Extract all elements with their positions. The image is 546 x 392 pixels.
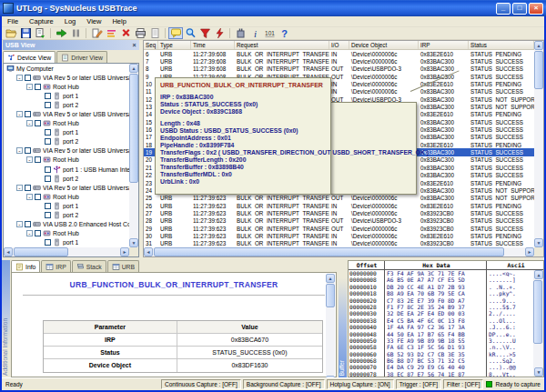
tree-item-port-1-usb-human-interface-d[interactable]: port 1 : USB Human Interface D (4, 165, 129, 174)
tab-stack[interactable]: Stack (72, 260, 106, 272)
column-header-status[interactable]: Status (469, 41, 534, 49)
hex-row-00000020[interactable]: 00000020C7 83 2E E7 39 F0 8D A7....9... (349, 297, 533, 304)
hex-row-00000018[interactable]: 00000018B8 A9 EA 70 6B 79 5E CA...pky^. (349, 290, 533, 297)
hex-row-00000028[interactable]: 00000028F1 F7 8C 2E 35 24 B9 37....5$.7 (349, 304, 533, 310)
expand-collapse-box[interactable]: - (26, 84, 33, 90)
tree-vertical-scrollbar[interactable]: ▲ ▼ (129, 64, 138, 247)
table-vertical-scrollbar[interactable]: ▲ ▼ (534, 41, 543, 247)
pause-capture-icon[interactable] (68, 27, 83, 39)
hex-row-00000068[interactable]: 00000068B6 B8 D7 BC 53 71 32 C5....Sq2. (349, 357, 533, 364)
tab-irp[interactable]: IRP (41, 260, 70, 272)
edit-log-icon[interactable] (89, 27, 104, 39)
tree-item-root-hub[interactable]: -Root Hub (4, 82, 129, 91)
table-row-seq-7[interactable]: 7URB11:27:39:608BULK_OR_INTERRUPT_TRANSF… (144, 57, 534, 65)
tree-checkbox[interactable] (25, 75, 31, 81)
info-icon[interactable]: i (248, 27, 262, 39)
tree-item-port-1[interactable]: port 1 (4, 91, 129, 100)
expand-collapse-box[interactable]: - (26, 156, 33, 163)
scroll-up-icon[interactable]: ▲ (326, 274, 335, 283)
hex-row-00000058[interactable]: 00000058FA 6E C3 1F 5C 56 D1 93.n..\V.. (349, 344, 533, 350)
info-vertical-scrollbar[interactable]: ▲ ▼ (326, 274, 335, 376)
usb-view-close-icon[interactable]: × (130, 41, 138, 49)
tree-checkbox[interactable] (45, 239, 51, 246)
tree-checkbox[interactable] (25, 111, 31, 117)
tree-checkbox[interactable] (35, 194, 41, 200)
tree-item-via-rev-5-or-later-usb-universal-host-c[interactable]: -VIA Rev 5 or later USB Universal Host C (4, 73, 129, 82)
print-icon[interactable] (133, 27, 147, 39)
tree-item-port-2[interactable]: port 2 (4, 100, 129, 109)
tree-checkbox[interactable] (45, 212, 51, 218)
expand-collapse-box[interactable]: - (16, 111, 23, 117)
scroll-right-icon[interactable]: ► (120, 247, 129, 256)
tree-item-root-hub[interactable]: -Root Hub (4, 119, 129, 128)
menu-view[interactable]: View (81, 16, 106, 27)
tree-item-my-computer[interactable]: My Computer (4, 64, 129, 73)
table-row-seq-30[interactable]: 30URB11:27:39:623BULK_OR_INTERRUPT_TRANS… (144, 232, 534, 239)
clear-log-icon[interactable] (118, 27, 133, 39)
menu-help[interactable]: Help (106, 16, 131, 27)
tab-info[interactable]: Info (11, 260, 40, 272)
tree-checkbox[interactable] (35, 84, 41, 90)
tree-item-port-2[interactable]: port 2 (4, 174, 129, 183)
tree-checkbox[interactable] (25, 185, 31, 191)
tree-checkbox[interactable] (45, 129, 51, 136)
hex-row-00000008[interactable]: 00000008A6 B5 0E A7 A7 CF E5 5D.......] (349, 276, 533, 283)
trigger-icon[interactable] (212, 27, 227, 39)
tree-item-port-1[interactable]: port 1 (4, 201, 129, 210)
tree-item-via-rev-5-or-later-usb-universal-host-c[interactable]: -VIA Rev 5 or later USB Universal Host C (4, 183, 129, 192)
scroll-left-icon[interactable]: ◄ (4, 247, 13, 256)
export-log-icon[interactable] (33, 27, 47, 39)
hex-vertical-scrollbar[interactable]: ▲ ▼ (533, 270, 543, 377)
expand-collapse-box[interactable]: - (16, 221, 23, 227)
hex-row-00000060[interactable]: 000000606B 52 93 D2 C7 CB 3E 35kR....>5 (349, 351, 533, 357)
help-icon[interactable]: ? (277, 27, 291, 39)
scrollbar-thumb[interactable] (14, 247, 68, 256)
tree-checkbox[interactable] (45, 138, 51, 145)
table-row-seq-28[interactable]: 28URB11:27:39:623BULK_OR_INTERRUPT_TRANS… (144, 217, 534, 225)
tree-checkbox[interactable] (45, 203, 51, 209)
maximize-button[interactable]: □ (512, 3, 527, 15)
hex-row-00000030[interactable]: 0000003032 DE EA 2F E4 ED 00 032../.... (349, 310, 533, 317)
scroll-left-icon[interactable]: ◄ (144, 247, 153, 256)
hex-row-00000078[interactable]: 0000007838 EC 87 E7 56 74 1E 878...Vt.. (349, 371, 533, 377)
expand-collapse-box[interactable]: - (26, 120, 33, 126)
hex-row-00000010[interactable]: 00000010DB 20 CC 4E A1 D7 2B 93. .N..+. (349, 284, 533, 290)
tab-driver-view[interactable]: Driver View (56, 51, 107, 63)
expand-collapse-box[interactable]: - (16, 185, 23, 191)
expand-collapse-box[interactable]: - (26, 194, 33, 200)
scrollbar-thumb[interactable] (326, 284, 335, 307)
table-horizontal-scrollbar[interactable]: ◄ ► (144, 247, 534, 256)
menu-capture[interactable]: Capture (24, 16, 59, 27)
menu-file[interactable]: File (2, 16, 24, 27)
scrollbar-thumb[interactable] (154, 247, 504, 256)
expand-collapse-box[interactable]: - (16, 147, 23, 154)
tree-item-port-1[interactable]: port 1 (4, 128, 129, 137)
column-header-device-object[interactable]: Device Object (349, 41, 419, 49)
hex-row-00000070[interactable]: 00000070E4 DA C9 29 E9 C6 40 40...)..@@ (349, 364, 533, 370)
hex-row-00000048[interactable]: 0000004844 50 EA 17 B7 65 F4 BBDP...e.. (349, 331, 533, 337)
scroll-down-icon[interactable]: ▼ (129, 238, 138, 247)
tree-checkbox[interactable] (25, 221, 31, 227)
table-row-seq-31[interactable]: 31URB11:27:39:623BULK_OR_INTERRUPT_TRANS… (144, 240, 534, 247)
tree-item-port-1[interactable]: port 1 (4, 238, 129, 247)
scroll-right-icon[interactable]: ► (525, 247, 534, 256)
filter-icon[interactable] (197, 27, 212, 39)
title-bar[interactable]: UTLog - SysNucleus USBTrace _ □ × (0, 0, 546, 16)
table-row-seq-6[interactable]: 6URB11:27:39:608BULK_OR_INTERRUPT_TRANSF… (144, 50, 534, 57)
scroll-up-icon[interactable]: ▲ (534, 41, 543, 50)
hex-row-00000040[interactable]: 000000401F 4A FA 97 C2 36 17 3A.J...6.: (349, 324, 533, 330)
table-row-seq-29[interactable]: 29URB11:27:39:623BULK_OR_INTERRUPT_TRANS… (144, 225, 534, 232)
table-row-seq-25[interactable]: 25URB11:27:39:623BULK_OR_INTERRUPT_TRANS… (144, 195, 534, 202)
scroll-down-icon[interactable]: ▼ (534, 367, 543, 377)
scroll-up-icon[interactable]: ▲ (129, 64, 138, 73)
hex-row-00000050[interactable]: 0000005033 FE A9 9B 89 9B 18 553......U (349, 337, 533, 344)
column-header-time[interactable]: Time (191, 41, 235, 49)
table-row-seq-27[interactable]: 27URB11:27:39:623BULK_OR_INTERRUPT_TRANS… (144, 209, 534, 216)
column-header-irp[interactable]: IRP (419, 41, 469, 49)
tree-checkbox[interactable] (45, 176, 51, 182)
minimize-button[interactable]: _ (496, 3, 511, 15)
tree-item-via-rev-5-or-later-usb-universal-host-c[interactable]: -VIA Rev 5 or later USB Universal Host C (4, 109, 129, 118)
column-header-type[interactable]: Type (158, 41, 191, 49)
scroll-up-icon[interactable]: ▲ (534, 270, 543, 279)
scrollbar-thumb[interactable] (129, 74, 138, 183)
